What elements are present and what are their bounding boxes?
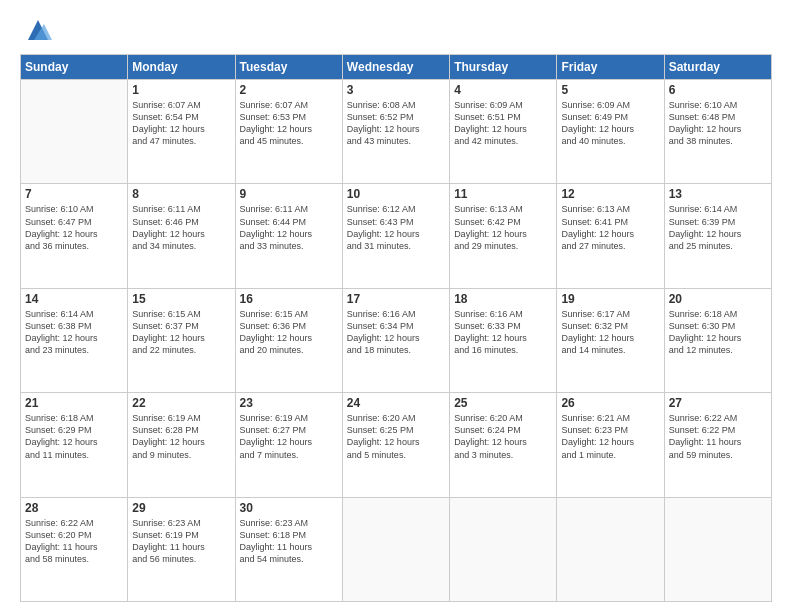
table-cell: 26Sunrise: 6:21 AM Sunset: 6:23 PM Dayli… <box>557 393 664 497</box>
table-cell: 7Sunrise: 6:10 AM Sunset: 6:47 PM Daylig… <box>21 184 128 288</box>
col-monday: Monday <box>128 55 235 80</box>
table-cell <box>342 497 449 601</box>
table-cell: 22Sunrise: 6:19 AM Sunset: 6:28 PM Dayli… <box>128 393 235 497</box>
cell-info: Sunrise: 6:13 AM Sunset: 6:42 PM Dayligh… <box>454 203 552 252</box>
day-number: 8 <box>132 187 230 201</box>
day-number: 7 <box>25 187 123 201</box>
table-cell: 9Sunrise: 6:11 AM Sunset: 6:44 PM Daylig… <box>235 184 342 288</box>
day-number: 2 <box>240 83 338 97</box>
cell-info: Sunrise: 6:09 AM Sunset: 6:51 PM Dayligh… <box>454 99 552 148</box>
cell-info: Sunrise: 6:19 AM Sunset: 6:27 PM Dayligh… <box>240 412 338 461</box>
cell-info: Sunrise: 6:13 AM Sunset: 6:41 PM Dayligh… <box>561 203 659 252</box>
cell-info: Sunrise: 6:14 AM Sunset: 6:38 PM Dayligh… <box>25 308 123 357</box>
day-number: 14 <box>25 292 123 306</box>
page: Sunday Monday Tuesday Wednesday Thursday… <box>0 0 792 612</box>
table-cell: 23Sunrise: 6:19 AM Sunset: 6:27 PM Dayli… <box>235 393 342 497</box>
cell-info: Sunrise: 6:16 AM Sunset: 6:33 PM Dayligh… <box>454 308 552 357</box>
calendar-week-row: 7Sunrise: 6:10 AM Sunset: 6:47 PM Daylig… <box>21 184 772 288</box>
table-cell: 11Sunrise: 6:13 AM Sunset: 6:42 PM Dayli… <box>450 184 557 288</box>
logo <box>20 16 52 44</box>
table-cell <box>664 497 771 601</box>
calendar-week-row: 21Sunrise: 6:18 AM Sunset: 6:29 PM Dayli… <box>21 393 772 497</box>
table-cell: 18Sunrise: 6:16 AM Sunset: 6:33 PM Dayli… <box>450 288 557 392</box>
table-cell <box>450 497 557 601</box>
day-number: 29 <box>132 501 230 515</box>
day-number: 1 <box>132 83 230 97</box>
cell-info: Sunrise: 6:10 AM Sunset: 6:47 PM Dayligh… <box>25 203 123 252</box>
calendar-header-row: Sunday Monday Tuesday Wednesday Thursday… <box>21 55 772 80</box>
cell-info: Sunrise: 6:23 AM Sunset: 6:19 PM Dayligh… <box>132 517 230 566</box>
col-friday: Friday <box>557 55 664 80</box>
day-number: 5 <box>561 83 659 97</box>
day-number: 4 <box>454 83 552 97</box>
cell-info: Sunrise: 6:08 AM Sunset: 6:52 PM Dayligh… <box>347 99 445 148</box>
day-number: 20 <box>669 292 767 306</box>
day-number: 19 <box>561 292 659 306</box>
day-number: 26 <box>561 396 659 410</box>
cell-info: Sunrise: 6:16 AM Sunset: 6:34 PM Dayligh… <box>347 308 445 357</box>
cell-info: Sunrise: 6:15 AM Sunset: 6:36 PM Dayligh… <box>240 308 338 357</box>
table-cell: 8Sunrise: 6:11 AM Sunset: 6:46 PM Daylig… <box>128 184 235 288</box>
calendar-week-row: 14Sunrise: 6:14 AM Sunset: 6:38 PM Dayli… <box>21 288 772 392</box>
day-number: 13 <box>669 187 767 201</box>
cell-info: Sunrise: 6:14 AM Sunset: 6:39 PM Dayligh… <box>669 203 767 252</box>
cell-info: Sunrise: 6:19 AM Sunset: 6:28 PM Dayligh… <box>132 412 230 461</box>
cell-info: Sunrise: 6:07 AM Sunset: 6:53 PM Dayligh… <box>240 99 338 148</box>
cell-info: Sunrise: 6:15 AM Sunset: 6:37 PM Dayligh… <box>132 308 230 357</box>
cell-info: Sunrise: 6:07 AM Sunset: 6:54 PM Dayligh… <box>132 99 230 148</box>
table-cell <box>557 497 664 601</box>
cell-info: Sunrise: 6:20 AM Sunset: 6:24 PM Dayligh… <box>454 412 552 461</box>
calendar-week-row: 28Sunrise: 6:22 AM Sunset: 6:20 PM Dayli… <box>21 497 772 601</box>
cell-info: Sunrise: 6:17 AM Sunset: 6:32 PM Dayligh… <box>561 308 659 357</box>
calendar-week-row: 1Sunrise: 6:07 AM Sunset: 6:54 PM Daylig… <box>21 80 772 184</box>
table-cell: 17Sunrise: 6:16 AM Sunset: 6:34 PM Dayli… <box>342 288 449 392</box>
table-cell: 1Sunrise: 6:07 AM Sunset: 6:54 PM Daylig… <box>128 80 235 184</box>
cell-info: Sunrise: 6:10 AM Sunset: 6:48 PM Dayligh… <box>669 99 767 148</box>
table-cell: 15Sunrise: 6:15 AM Sunset: 6:37 PM Dayli… <box>128 288 235 392</box>
day-number: 16 <box>240 292 338 306</box>
col-saturday: Saturday <box>664 55 771 80</box>
table-cell: 5Sunrise: 6:09 AM Sunset: 6:49 PM Daylig… <box>557 80 664 184</box>
cell-info: Sunrise: 6:18 AM Sunset: 6:29 PM Dayligh… <box>25 412 123 461</box>
col-tuesday: Tuesday <box>235 55 342 80</box>
table-cell: 20Sunrise: 6:18 AM Sunset: 6:30 PM Dayli… <box>664 288 771 392</box>
day-number: 10 <box>347 187 445 201</box>
table-cell: 3Sunrise: 6:08 AM Sunset: 6:52 PM Daylig… <box>342 80 449 184</box>
cell-info: Sunrise: 6:09 AM Sunset: 6:49 PM Dayligh… <box>561 99 659 148</box>
day-number: 3 <box>347 83 445 97</box>
day-number: 11 <box>454 187 552 201</box>
day-number: 21 <box>25 396 123 410</box>
calendar-table: Sunday Monday Tuesday Wednesday Thursday… <box>20 54 772 602</box>
col-thursday: Thursday <box>450 55 557 80</box>
table-cell <box>21 80 128 184</box>
day-number: 23 <box>240 396 338 410</box>
day-number: 28 <box>25 501 123 515</box>
day-number: 15 <box>132 292 230 306</box>
day-number: 17 <box>347 292 445 306</box>
day-number: 27 <box>669 396 767 410</box>
day-number: 18 <box>454 292 552 306</box>
table-cell: 14Sunrise: 6:14 AM Sunset: 6:38 PM Dayli… <box>21 288 128 392</box>
day-number: 25 <box>454 396 552 410</box>
day-number: 30 <box>240 501 338 515</box>
table-cell: 12Sunrise: 6:13 AM Sunset: 6:41 PM Dayli… <box>557 184 664 288</box>
table-cell: 2Sunrise: 6:07 AM Sunset: 6:53 PM Daylig… <box>235 80 342 184</box>
day-number: 24 <box>347 396 445 410</box>
col-wednesday: Wednesday <box>342 55 449 80</box>
table-cell: 30Sunrise: 6:23 AM Sunset: 6:18 PM Dayli… <box>235 497 342 601</box>
table-cell: 28Sunrise: 6:22 AM Sunset: 6:20 PM Dayli… <box>21 497 128 601</box>
day-number: 12 <box>561 187 659 201</box>
logo-icon <box>24 16 52 44</box>
col-sunday: Sunday <box>21 55 128 80</box>
table-cell: 16Sunrise: 6:15 AM Sunset: 6:36 PM Dayli… <box>235 288 342 392</box>
table-cell: 6Sunrise: 6:10 AM Sunset: 6:48 PM Daylig… <box>664 80 771 184</box>
day-number: 22 <box>132 396 230 410</box>
cell-info: Sunrise: 6:21 AM Sunset: 6:23 PM Dayligh… <box>561 412 659 461</box>
table-cell: 4Sunrise: 6:09 AM Sunset: 6:51 PM Daylig… <box>450 80 557 184</box>
cell-info: Sunrise: 6:20 AM Sunset: 6:25 PM Dayligh… <box>347 412 445 461</box>
cell-info: Sunrise: 6:18 AM Sunset: 6:30 PM Dayligh… <box>669 308 767 357</box>
cell-info: Sunrise: 6:11 AM Sunset: 6:46 PM Dayligh… <box>132 203 230 252</box>
cell-info: Sunrise: 6:22 AM Sunset: 6:20 PM Dayligh… <box>25 517 123 566</box>
table-cell: 21Sunrise: 6:18 AM Sunset: 6:29 PM Dayli… <box>21 393 128 497</box>
cell-info: Sunrise: 6:11 AM Sunset: 6:44 PM Dayligh… <box>240 203 338 252</box>
